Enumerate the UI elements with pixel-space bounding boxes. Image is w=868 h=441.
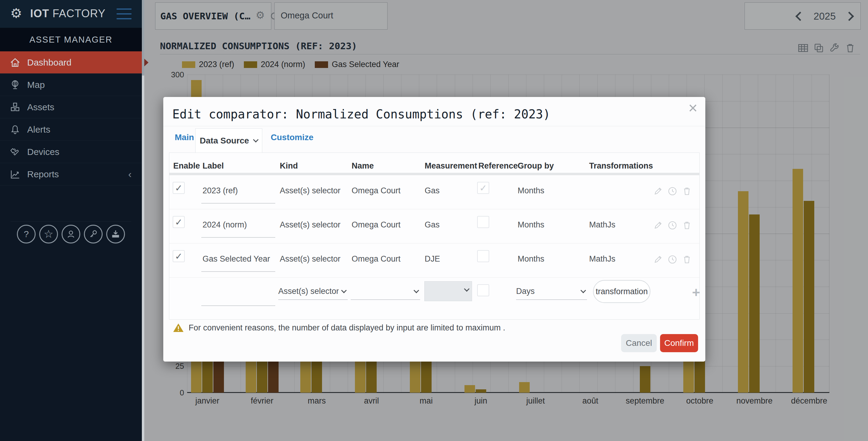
- cancel-button[interactable]: Cancel: [621, 334, 657, 352]
- label-input-underline: [201, 237, 275, 238]
- delete-row-icon[interactable]: [682, 220, 692, 231]
- kind-value: Asset(s) selector: [280, 220, 340, 230]
- user-button[interactable]: [62, 225, 80, 243]
- puzzle-icon: [9, 146, 21, 158]
- download-button[interactable]: [106, 225, 125, 243]
- group-by-value: Months: [518, 220, 545, 230]
- app-root: ⚙ IOT FACTORY ASSET MANAGER Dashboard Ma…: [0, 0, 868, 441]
- sidebar-footer-buttons: ? ☆: [0, 225, 142, 243]
- label-input[interactable]: 2023 (ref): [203, 186, 238, 196]
- sidebar-scrollbar[interactable]: [142, 0, 144, 441]
- hamburger-menu-icon[interactable]: [117, 8, 132, 19]
- cubes-icon: [9, 101, 21, 113]
- sidebar-menu: Dashboard Map Assets Alerts: [0, 51, 142, 185]
- chevron-down-icon: [464, 286, 469, 292]
- favorites-button[interactable]: ☆: [39, 225, 58, 243]
- measurement-value: Gas: [425, 220, 440, 230]
- chevron-down-icon: [413, 288, 419, 293]
- tab-data-source[interactable]: Data Source: [195, 128, 262, 152]
- sidebar-item-label: Assets: [27, 102, 54, 112]
- chevron-down-icon: [253, 137, 259, 142]
- tab-data-source-label: Data Source: [200, 136, 249, 146]
- name-value: Omega Court: [351, 220, 401, 230]
- brand-title: IOT FACTORY: [30, 7, 105, 20]
- enable-checkbox[interactable]: ✓: [173, 250, 185, 262]
- new-name-select[interactable]: [351, 283, 420, 300]
- new-measurement-select[interactable]: [424, 281, 472, 301]
- tab-main[interactable]: Main: [175, 133, 194, 142]
- brand-light: FACTORY: [53, 7, 105, 20]
- delete-row-icon[interactable]: [682, 186, 692, 196]
- star-icon: ☆: [44, 228, 54, 240]
- col-header-reference: Reference: [478, 161, 518, 171]
- download-icon: [111, 229, 121, 239]
- modal-title: Edit comparator: Normalized Consumptions…: [172, 107, 550, 121]
- key-button[interactable]: [84, 225, 103, 243]
- data-source-tabpane: Enable Label Kind Name Measurement Refer…: [169, 152, 700, 320]
- add-row-plus-icon[interactable]: +: [692, 286, 700, 299]
- warning-icon: [173, 323, 184, 332]
- new-reference-checkbox[interactable]: [477, 284, 489, 296]
- new-group-by-value: Days: [516, 287, 535, 296]
- col-header-transformations: Transformations: [589, 161, 653, 171]
- close-icon[interactable]: ×: [688, 100, 698, 116]
- reference-checkbox[interactable]: [477, 216, 489, 228]
- reference-checkbox[interactable]: [477, 250, 489, 262]
- edit-pencil-icon[interactable]: [653, 220, 663, 231]
- new-group-by-select[interactable]: Days: [516, 283, 587, 300]
- delete-row-icon[interactable]: [682, 254, 692, 265]
- table-row: ✓ Gas Selected Year Asset(s) selector Om…: [169, 243, 699, 277]
- confirm-button[interactable]: Confirm: [660, 334, 698, 352]
- kind-value: Asset(s) selector: [280, 186, 340, 196]
- clock-icon[interactable]: [667, 220, 678, 231]
- name-value: Omega Court: [351, 186, 401, 196]
- sidebar-item-dashboard[interactable]: Dashboard: [0, 51, 142, 74]
- sidebar-item-label: Reports: [27, 169, 59, 179]
- sidebar-item-label: Alerts: [27, 124, 51, 135]
- warning-text: For convenient reasons, the number of da…: [189, 323, 505, 332]
- enable-checkbox[interactable]: ✓: [173, 216, 185, 228]
- transformation-button[interactable]: transformation: [593, 280, 650, 303]
- transformations-value: MathJs: [589, 220, 615, 230]
- table-row: ✓ 2024 (norm) Asset(s) selector Omega Co…: [169, 209, 699, 243]
- group-by-value: Months: [518, 254, 545, 264]
- help-button[interactable]: ?: [17, 225, 36, 243]
- sidebar-item-reports[interactable]: Reports ‹: [0, 163, 142, 185]
- chevron-left-icon[interactable]: ‹: [128, 168, 132, 180]
- label-input[interactable]: 2024 (norm): [203, 220, 247, 230]
- sidebar-item-alerts[interactable]: Alerts: [0, 118, 142, 141]
- col-header-measurement: Measurement: [425, 161, 477, 171]
- new-label-input[interactable]: [201, 305, 275, 306]
- chevron-down-icon: [341, 288, 346, 293]
- sidebar-item-devices[interactable]: Devices: [0, 141, 142, 163]
- new-row: Asset(s) selector Days transformation +: [169, 277, 699, 312]
- enable-checkbox[interactable]: ✓: [173, 182, 185, 194]
- header-separator: [169, 173, 699, 175]
- section-title: ASSET MANAGER: [0, 28, 142, 51]
- sidebar-item-label: Devices: [27, 147, 59, 157]
- edit-pencil-icon[interactable]: [653, 186, 663, 196]
- table-row: ✓ 2023 (ref) Asset(s) selector Omega Cou…: [169, 175, 699, 209]
- new-kind-select[interactable]: Asset(s) selector: [278, 283, 348, 300]
- kind-value: Asset(s) selector: [280, 254, 340, 264]
- col-header-group-by: Group by: [518, 161, 554, 171]
- new-kind-value: Asset(s) selector: [278, 287, 339, 296]
- col-header-enable: Enable: [173, 161, 200, 171]
- tab-customize[interactable]: Customize: [271, 133, 314, 142]
- scrollbar-thumb[interactable]: [142, 0, 144, 76]
- edit-pencil-icon[interactable]: [653, 254, 663, 265]
- clock-icon[interactable]: [667, 254, 678, 265]
- reference-checkbox[interactable]: ✓: [477, 182, 489, 194]
- user-icon: [66, 229, 76, 239]
- edit-comparator-modal: Edit comparator: Normalized Consumptions…: [163, 97, 705, 361]
- label-input[interactable]: Gas Selected Year: [203, 254, 270, 264]
- group-by-value: Months: [518, 186, 545, 196]
- clock-icon[interactable]: [667, 186, 678, 196]
- warning-row: For convenient reasons, the number of da…: [173, 323, 505, 332]
- measurement-value: DJE: [425, 254, 440, 264]
- label-input-underline: [201, 203, 275, 204]
- sidebar-item-map[interactable]: Map: [0, 74, 142, 96]
- chart-line-icon: [9, 168, 21, 180]
- logo-bar: ⚙ IOT FACTORY: [0, 0, 142, 28]
- sidebar-item-assets[interactable]: Assets: [0, 96, 142, 118]
